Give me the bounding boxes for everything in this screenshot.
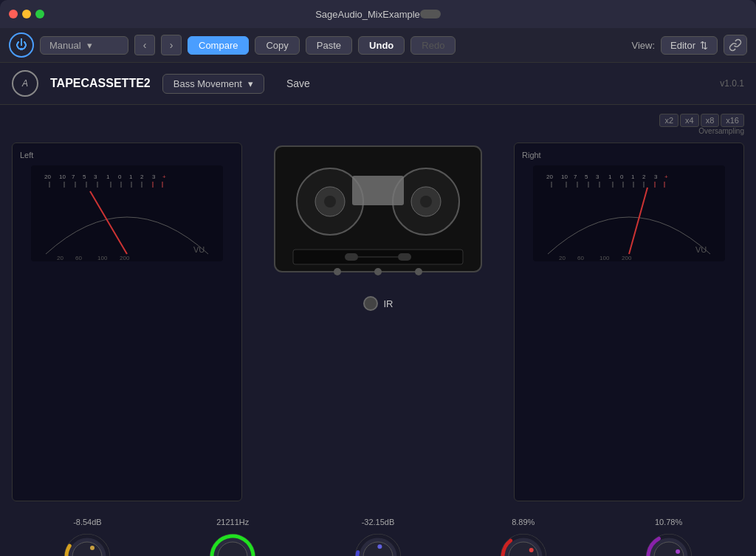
power-button[interactable]: ⏻ xyxy=(9,32,34,58)
close-button[interactable] xyxy=(9,10,18,18)
svg-point-87 xyxy=(676,549,680,554)
right-vu-display: 20 10 7 5 3 1 0 1 2 3 + xyxy=(533,165,725,261)
svg-text:60: 60 xyxy=(577,255,584,261)
knob-wow[interactable] xyxy=(498,531,549,556)
plugin-preset-selector[interactable]: Bass Movement ▾ xyxy=(162,74,264,94)
maximize-button[interactable] xyxy=(35,10,44,18)
svg-text:10: 10 xyxy=(561,174,568,180)
undo-button[interactable]: Undo xyxy=(358,36,405,55)
knob-saturation[interactable] xyxy=(61,531,113,556)
knobs-row: -8.54dBSaturation21211HzLow Pass-32.15dB… xyxy=(0,510,756,556)
nav-forward-button[interactable]: › xyxy=(161,35,182,55)
paste-button[interactable]: Paste xyxy=(306,36,352,55)
cassette-container: IR xyxy=(250,143,506,501)
svg-text:200: 200 xyxy=(120,255,130,261)
ir-toggle[interactable]: IR xyxy=(363,296,394,311)
svg-point-75 xyxy=(90,546,94,550)
preset-dropdown-label: Manual xyxy=(49,40,81,51)
os-x16-button[interactable]: x16 xyxy=(721,114,744,127)
right-vu-meter: Right 20 10 7 5 3 1 0 1 2 3 + xyxy=(514,143,744,501)
knob-low-pass[interactable] xyxy=(207,531,258,556)
svg-text:200: 200 xyxy=(622,255,632,261)
svg-text:3: 3 xyxy=(654,174,658,180)
svg-text:7: 7 xyxy=(72,174,75,180)
knob-group-flutter: 10.78%Flutter xyxy=(643,518,695,556)
svg-point-32 xyxy=(324,196,336,207)
svg-rect-39 xyxy=(398,253,411,261)
svg-text:10: 10 xyxy=(59,174,66,180)
knob-group-wow: 8.89%Wow xyxy=(498,518,549,556)
preset-dropdown[interactable]: Manual ▾ xyxy=(40,36,128,55)
knob-group-low-pass: 21211HzLow Pass xyxy=(207,518,258,556)
meters-cassette-row: Left 20 10 7 5 3 1 0 1 2 3 + xyxy=(12,143,744,501)
svg-text:20: 20 xyxy=(44,174,51,180)
svg-point-35 xyxy=(420,196,432,207)
svg-point-81 xyxy=(377,544,382,549)
knob-flutter[interactable] xyxy=(643,531,695,556)
version-label: v1.0.1 xyxy=(720,78,744,89)
svg-text:5: 5 xyxy=(83,174,86,180)
svg-text:100: 100 xyxy=(599,255,610,261)
svg-text:VU: VU xyxy=(193,245,205,254)
svg-text:+: + xyxy=(664,174,668,180)
right-meter-label: Right xyxy=(522,151,541,159)
svg-text:100: 100 xyxy=(97,255,108,261)
plugin-name-thin: TAPE xyxy=(50,77,80,89)
oversampling-group: x2 x4 x8 x16 Oversampling xyxy=(659,114,744,135)
knob-value-saturation: -8.54dB xyxy=(73,518,102,526)
nav-back-button[interactable]: ‹ xyxy=(134,35,155,55)
left-meter-label: Left xyxy=(20,151,33,159)
svg-text:20: 20 xyxy=(559,255,566,261)
knob-noise[interactable] xyxy=(352,531,404,556)
svg-text:1: 1 xyxy=(608,174,612,180)
toolbar: ⏻ Manual ▾ ‹ › Compare Copy Paste Undo R… xyxy=(0,28,756,63)
plugin-header: A TAPECASSETTE2 Bass Movement ▾ Save v1.… xyxy=(0,63,756,105)
svg-text:3: 3 xyxy=(596,174,599,180)
plugin-logo: A xyxy=(12,70,38,97)
os-x2-button[interactable]: x2 xyxy=(659,114,678,127)
chevron-down-icon: ▾ xyxy=(248,78,253,89)
knob-group-noise: -32.15dBNoise xyxy=(352,518,404,556)
plugin-preset-label: Bass Movement xyxy=(173,78,242,89)
view-label: View: xyxy=(631,40,655,51)
svg-point-43 xyxy=(415,268,422,275)
cassette-svg xyxy=(271,143,485,290)
view-dropdown-label: Editor xyxy=(670,40,695,51)
svg-text:20: 20 xyxy=(57,255,63,261)
svg-text:2: 2 xyxy=(140,174,144,180)
oversampling-row: x2 x4 x8 x16 Oversampling xyxy=(12,114,744,135)
knob-value-noise: -32.15dB xyxy=(362,518,395,526)
svg-text:1: 1 xyxy=(106,174,110,180)
svg-text:1: 1 xyxy=(631,174,635,180)
plugin-name-bold: CASSETTE2 xyxy=(80,77,150,89)
save-button[interactable]: Save xyxy=(276,74,320,93)
minimize-button[interactable] xyxy=(22,10,31,18)
svg-rect-38 xyxy=(345,253,358,261)
svg-rect-36 xyxy=(352,176,404,205)
os-x4-button[interactable]: x4 xyxy=(680,114,699,127)
svg-text:60: 60 xyxy=(75,255,82,261)
oversampling-label: Oversampling xyxy=(698,127,744,135)
svg-text:2: 2 xyxy=(642,174,646,180)
svg-text:5: 5 xyxy=(585,174,588,180)
knob-value-flutter: 10.78% xyxy=(655,518,682,526)
svg-text:0: 0 xyxy=(620,174,624,180)
window-control-gray xyxy=(420,10,441,18)
view-dropdown[interactable]: Editor ⇅ xyxy=(661,36,718,55)
os-x8-button[interactable]: x8 xyxy=(701,114,720,127)
svg-text:VU: VU xyxy=(695,245,707,254)
oversampling-buttons: x2 x4 x8 x16 xyxy=(659,114,744,127)
compare-button[interactable]: Compare xyxy=(188,36,249,55)
ir-toggle-circle[interactable] xyxy=(363,296,378,311)
knob-group-saturation: -8.54dBSaturation xyxy=(61,518,113,556)
svg-point-84 xyxy=(529,548,533,552)
copy-button[interactable]: Copy xyxy=(255,36,299,55)
svg-text:+: + xyxy=(162,174,166,180)
main-area: x2 x4 x8 x16 Oversampling Left 20 10 7 5… xyxy=(0,105,756,510)
redo-button[interactable]: Redo xyxy=(410,36,456,55)
left-vu-display: 20 10 7 5 3 1 0 1 2 3 + xyxy=(31,165,223,261)
window-title: SageAudio_MixExample xyxy=(315,9,420,20)
knob-value-low-pass: 21211Hz xyxy=(216,518,249,526)
link-button[interactable] xyxy=(724,35,747,55)
svg-text:3: 3 xyxy=(94,174,97,180)
